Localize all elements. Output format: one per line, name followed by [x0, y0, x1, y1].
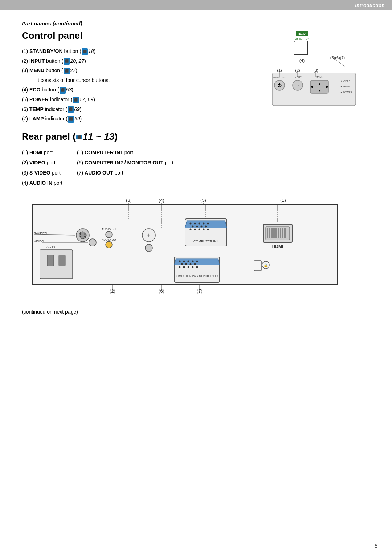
control-panel-title: Control panel: [22, 30, 261, 41]
svg-point-51: [89, 239, 96, 246]
list-item: (7) AUDIO OUT port: [77, 168, 173, 178]
svg-text:(5): (5): [200, 197, 206, 203]
svg-point-63: [194, 222, 196, 224]
svg-rect-40: [47, 255, 54, 266]
svg-text:COMPUTER IN1: COMPUTER IN1: [193, 240, 218, 243]
svg-point-47: [80, 236, 81, 237]
svg-point-71: [190, 228, 192, 230]
svg-text:MENU: MENU: [316, 76, 323, 78]
svg-point-73: [199, 228, 200, 230]
svg-point-56: [106, 241, 112, 248]
list-item: (4) AUDIO IN port: [22, 178, 62, 188]
page-content: Part names (continued) Control panel (1)…: [0, 10, 392, 329]
svg-point-81: [188, 260, 189, 262]
svg-rect-3: [294, 41, 308, 55]
rear-panel-col1: (1) HDMI port (2) VIDEO port (3) S-VIDEO…: [22, 147, 62, 188]
svg-text:(7): (7): [197, 288, 203, 294]
list-item: (1) HDMI port: [22, 147, 62, 158]
rear-panel-svg: (3) (4) (5) (1) AC IN S-VIDEO: [22, 195, 348, 301]
svg-text:VIDEO: VIDEO: [34, 240, 44, 243]
control-panel-list: (1) STANDBY/ON button (⬛18) (2) INPUT bu…: [22, 46, 261, 124]
svg-text:● TEMP: ● TEMP: [340, 85, 350, 88]
svg-point-88: [179, 266, 181, 268]
svg-rect-102: [280, 228, 281, 238]
svg-point-67: [192, 225, 194, 227]
svg-point-70: [205, 225, 207, 227]
list-item: (4) ECO button (⬛53): [22, 85, 261, 95]
svg-point-79: [179, 260, 181, 262]
svg-text:● POWER: ● POWER: [340, 91, 352, 94]
svg-point-64: [199, 222, 200, 224]
control-panel-text: Control panel (1) STANDBY/ON button (⬛18…: [22, 30, 261, 124]
list-item: (6) COMPUTER IN2 / MONITOR OUT port: [77, 158, 173, 168]
svg-rect-96: [267, 228, 268, 238]
svg-point-45: [80, 233, 81, 235]
list-item: (7) LAMP indicator (⬛69): [22, 114, 261, 124]
svg-text:HDMI: HDMI: [272, 244, 283, 249]
list-item: (3) MENU button (⬛27): [22, 66, 261, 75]
svg-point-90: [188, 266, 189, 268]
svg-point-84: [181, 263, 183, 265]
svg-text:(1): (1): [280, 197, 286, 203]
svg-rect-99: [273, 228, 275, 238]
part-names-subtitle: Part names (continued): [22, 20, 370, 26]
svg-rect-98: [271, 228, 273, 238]
list-item: (5) POWER indicator (⬛17, 69): [22, 95, 261, 105]
svg-point-68: [196, 225, 198, 227]
svg-point-83: [196, 260, 198, 262]
svg-point-74: [203, 228, 205, 230]
svg-text:↩: ↩: [296, 84, 299, 88]
svg-text:AC IN: AC IN: [46, 245, 55, 249]
control-panel-section: Control panel (1) STANDBY/ON button (⬛18…: [22, 30, 370, 124]
svg-point-89: [183, 266, 185, 268]
control-panel-diagram: ECO MY BUTTON (4) (5)(6)(7) (1) (2) (3) …: [269, 30, 370, 115]
control-panel-svg: ECO MY BUTTON (4) (5)(6)(7) (1) (2) (3) …: [269, 30, 363, 114]
svg-point-91: [192, 266, 194, 268]
section-label: Introduction: [355, 3, 385, 8]
svg-point-80: [183, 260, 185, 262]
svg-point-75: [207, 228, 209, 230]
list-item: (2) VIDEO port: [22, 158, 62, 168]
svg-text:▶: ▶: [326, 85, 329, 89]
rear-panel-section: Rear panel (⬛11 ~ 13) (1) HDMI port (2) …: [22, 131, 370, 188]
svg-point-85: [185, 263, 187, 265]
rear-panel-lists: (1) HDMI port (2) VIDEO port (3) S-VIDEO…: [22, 147, 370, 188]
svg-text:(4): (4): [299, 58, 305, 63]
rear-panel-col2: (5) COMPUTER IN1 port (6) COMPUTER IN2 /…: [77, 147, 173, 188]
svg-rect-104: [284, 228, 286, 238]
svg-point-54: [106, 231, 112, 238]
list-item: (5) COMPUTER IN1 port: [77, 147, 173, 158]
svg-rect-41: [59, 255, 65, 266]
svg-rect-101: [278, 228, 279, 238]
svg-text:(4): (4): [159, 197, 164, 203]
svg-text:▼: ▼: [318, 89, 321, 93]
header-bar: Introduction: [0, 0, 392, 10]
svg-point-86: [190, 263, 192, 265]
list-item: (2) INPUT button (⬛20, 27): [22, 56, 261, 66]
svg-rect-100: [275, 228, 277, 238]
list-item-subnote: It consists of four cursor buttons.: [36, 75, 261, 85]
svg-point-87: [194, 263, 196, 265]
svg-text:COMPUTER IN2 / MONITOR OUT: COMPUTER IN2 / MONITOR OUT: [175, 274, 220, 278]
svg-text:(3): (3): [126, 197, 132, 203]
svg-point-44: [79, 232, 86, 239]
page-number: 5: [375, 543, 377, 549]
svg-rect-103: [282, 228, 283, 238]
svg-point-48: [84, 236, 86, 237]
svg-text:🔒: 🔒: [264, 263, 268, 268]
svg-text:(6): (6): [159, 288, 164, 294]
svg-text:▲: ▲: [318, 82, 321, 86]
svg-rect-38: [40, 250, 73, 279]
svg-text:(5)(6)(7): (5)(6)(7): [330, 56, 345, 60]
continued-note: (continued on next page): [22, 309, 370, 315]
svg-point-62: [190, 222, 192, 224]
svg-point-65: [203, 222, 205, 224]
svg-text:● LAMP: ● LAMP: [340, 79, 350, 82]
svg-point-82: [192, 260, 194, 262]
svg-point-69: [201, 225, 203, 227]
svg-point-92: [196, 266, 198, 268]
svg-text:ECO: ECO: [298, 32, 306, 36]
svg-text:+: +: [147, 232, 150, 238]
list-item: (6) TEMP indicator (⬛69): [22, 105, 261, 114]
svg-text:MY BUTTON: MY BUTTON: [295, 37, 310, 40]
